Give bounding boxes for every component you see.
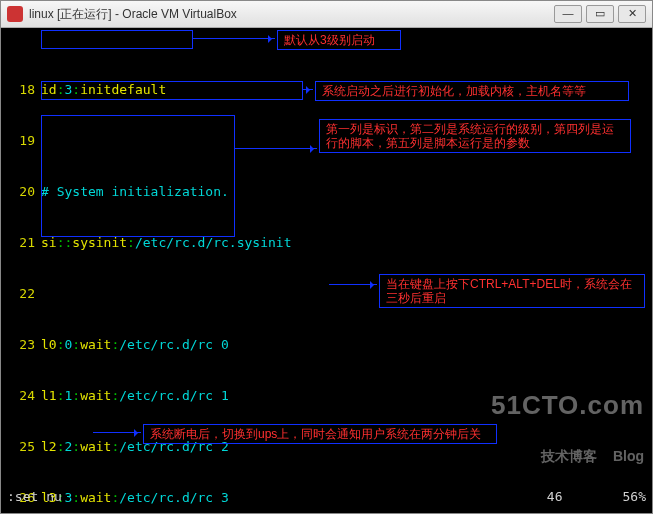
close-button[interactable]: ✕ <box>618 5 646 23</box>
vm-window: linux [正在运行] - Oracle VM VirtualBox — ▭ … <box>0 0 653 514</box>
terminal[interactable]: 18id:3:initdefault 19 20# System initial… <box>1 28 652 513</box>
watermark: 51CTO.com 技术博客 Blog <box>491 363 644 499</box>
maximize-button[interactable]: ▭ <box>586 5 614 23</box>
highlight-box <box>41 30 193 49</box>
titlebar[interactable]: linux [正在运行] - Oracle VM VirtualBox — ▭ … <box>1 1 652 28</box>
status-left: :set nu <box>7 488 62 505</box>
status-line: :set nu 46 56% <box>1 488 652 505</box>
status-mid: 46 <box>547 488 563 505</box>
window-title: linux [正在运行] - Oracle VM VirtualBox <box>29 6 237 23</box>
minimize-button[interactable]: — <box>554 5 582 23</box>
annotation: 默认从3级别启动 <box>277 30 401 50</box>
line-number: 18 <box>1 81 41 98</box>
app-icon <box>7 6 23 22</box>
status-right: 56% <box>623 488 646 505</box>
